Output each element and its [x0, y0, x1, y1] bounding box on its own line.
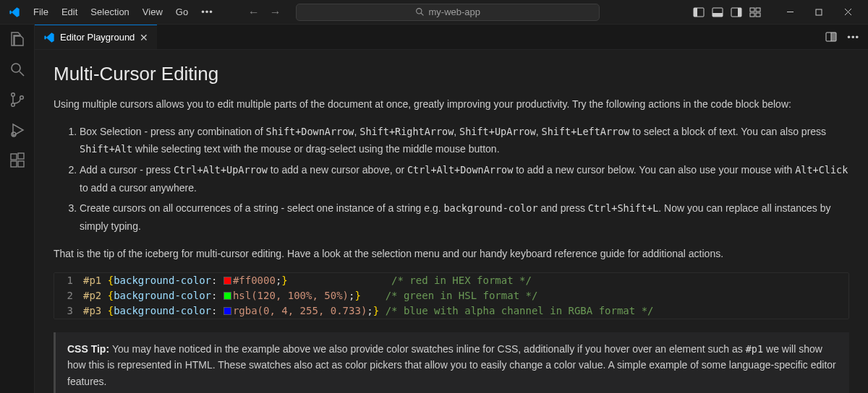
search-icon: [415, 7, 425, 17]
instruction-item-3: Create cursors on all occurrences of a s…: [80, 199, 849, 235]
close-button[interactable]: [833, 0, 862, 25]
instruction-item-2: Add a cursor - press Ctrl+Alt+UpArrow to…: [80, 161, 849, 196]
code-block[interactable]: 1 #p1 {background-color: #ff0000;} /* re…: [54, 272, 849, 319]
page-heading: Multi-Cursor Editing: [54, 63, 849, 85]
svg-point-0: [416, 9, 421, 14]
svg-rect-23: [11, 161, 17, 167]
svg-line-17: [20, 72, 24, 76]
svg-rect-13: [816, 9, 822, 15]
source-control-icon[interactable]: [9, 91, 26, 108]
search-panel-icon[interactable]: [9, 61, 26, 78]
window-controls: [775, 0, 862, 25]
svg-point-20: [20, 96, 23, 100]
svg-rect-22: [11, 154, 17, 160]
vscode-logo-icon: [9, 7, 20, 18]
menu-more-icon[interactable]: •••: [195, 4, 219, 20]
svg-rect-9: [756, 8, 760, 12]
svg-rect-7: [738, 8, 741, 17]
menu-file[interactable]: File: [27, 4, 54, 20]
instruction-list: Box Selection - press any combination of…: [54, 123, 849, 236]
toggle-primary-sidebar-icon[interactable]: [693, 7, 705, 18]
maximize-button[interactable]: [804, 0, 833, 25]
tab-close-icon[interactable]: ✕: [140, 32, 148, 43]
extensions-icon[interactable]: [9, 152, 26, 169]
nav-arrows: ← →: [248, 6, 281, 19]
svg-rect-25: [18, 153, 24, 159]
explorer-icon[interactable]: [9, 30, 26, 48]
svg-rect-24: [18, 161, 24, 167]
svg-point-16: [12, 64, 20, 72]
code-line-2: 2 #p2 {background-color: hsl(120, 100%, …: [54, 288, 848, 303]
code-line-3: 3 #p3 {background-color: rgba(0, 4, 255,…: [54, 303, 848, 319]
tip-label: CSS Tip:: [67, 343, 112, 355]
svg-rect-8: [750, 8, 754, 12]
activity-bar: [0, 25, 35, 393]
tab-editor-playground[interactable]: Editor Playground ✕: [35, 25, 157, 49]
color-swatch-icon[interactable]: [224, 307, 231, 315]
code-line-1: 1 #p1 {background-color: #ff0000;} /* re…: [54, 273, 848, 288]
customize-layout-icon[interactable]: [749, 7, 761, 18]
svg-point-18: [11, 93, 14, 97]
color-swatch-icon[interactable]: [224, 277, 231, 285]
editor-more-actions-icon[interactable]: •••: [847, 32, 859, 43]
menu-view[interactable]: View: [137, 4, 169, 20]
outro-paragraph: That is the tip of the iceberg for multi…: [54, 246, 849, 262]
split-editor-icon[interactable]: [825, 31, 837, 43]
svg-rect-28: [831, 33, 836, 41]
instruction-item-1: Box Selection - press any combination of…: [80, 123, 849, 158]
svg-rect-3: [694, 8, 697, 17]
layout-controls: [693, 7, 761, 18]
svg-rect-11: [756, 13, 760, 17]
vscode-tab-icon: [43, 32, 55, 43]
svg-rect-5: [712, 13, 723, 17]
line-number: 3: [54, 303, 83, 319]
minimize-button[interactable]: [775, 0, 804, 25]
toggle-secondary-sidebar-icon[interactable]: [731, 7, 742, 18]
line-number: 2: [54, 288, 83, 303]
menu-edit[interactable]: Edit: [56, 4, 83, 20]
menu-go[interactable]: Go: [170, 4, 194, 20]
editor-tab-bar: Editor Playground ✕ •••: [35, 25, 868, 50]
title-bar: File Edit Selection View Go ••• ← → my-w…: [0, 0, 868, 25]
menu-selection[interactable]: Selection: [85, 4, 135, 20]
toggle-panel-icon[interactable]: [712, 7, 723, 18]
command-center[interactable]: my-web-app: [296, 4, 600, 21]
menu-bar: File Edit Selection View Go •••: [27, 4, 219, 20]
color-swatch-icon[interactable]: [224, 292, 231, 300]
run-debug-icon[interactable]: [9, 121, 26, 139]
tab-title: Editor Playground: [60, 32, 135, 43]
svg-line-1: [421, 13, 423, 15]
line-number: 1: [54, 273, 83, 288]
css-tip-box: CSS Tip: You may have noticed in the exa…: [54, 332, 849, 393]
svg-point-19: [11, 103, 14, 107]
nav-back-icon[interactable]: ←: [248, 6, 260, 19]
search-text: my-web-app: [429, 7, 481, 17]
editor-content: Multi-Cursor Editing Using multiple curs…: [35, 50, 868, 393]
intro-paragraph: Using multiple cursors allows you to edi…: [54, 97, 849, 113]
svg-rect-10: [750, 13, 754, 17]
nav-forward-icon[interactable]: →: [270, 6, 281, 19]
